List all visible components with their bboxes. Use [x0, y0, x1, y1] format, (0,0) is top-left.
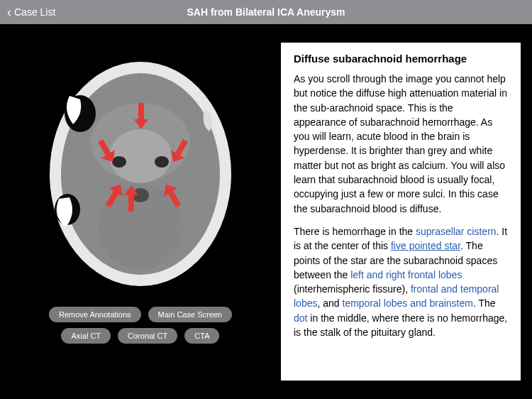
main-case-screen-button[interactable]: Main Case Screen — [148, 307, 233, 322]
button-group: Remove Annotations Main Case Screen Axia… — [49, 307, 232, 344]
article-card[interactable]: Diffuse subarachnoid hemorrhage As you s… — [281, 43, 521, 381]
axial-ct-button[interactable]: Axial CT — [61, 328, 111, 344]
temporal-brainstem-link[interactable]: temporal lobes and brainstem — [343, 297, 473, 309]
svg-point-8 — [112, 156, 126, 168]
article-paragraph-2: There is hemorrhage in the suprasellar c… — [294, 224, 508, 339]
suprasellar-cistern-link[interactable]: suprasellar cistern — [416, 226, 497, 237]
dot-link[interactable]: dot — [294, 312, 307, 324]
frontal-lobes-link[interactable]: left and right frontal lobes — [350, 269, 462, 280]
five-pointed-star-link[interactable]: five pointed star — [391, 240, 460, 251]
article-title: Diffuse subarachnoid hemorrhage — [294, 53, 508, 65]
cta-button[interactable]: CTA — [184, 328, 219, 344]
ct-scan-image[interactable] — [31, 43, 250, 298]
text-span: , and — [317, 297, 342, 309]
text-span: (interhemispheric fissure), — [294, 283, 411, 295]
text-span: in the middle, where there is no hemorrh… — [294, 312, 507, 338]
coronal-ct-button[interactable]: Coronal CT — [118, 328, 177, 344]
button-row-2: Axial CT Coronal CT CTA — [61, 328, 219, 344]
text-panel: Diffuse subarachnoid hemorrhage As you s… — [281, 24, 532, 399]
ct-scan-svg — [31, 43, 250, 298]
navbar: ‹ Case List SAH from Bilateral ICA Aneur… — [0, 0, 532, 24]
back-label: Case List — [14, 6, 55, 18]
text-span: . The — [473, 297, 496, 309]
remove-annotations-button[interactable]: Remove Annotations — [49, 307, 141, 322]
content-area: Remove Annotations Main Case Screen Axia… — [0, 24, 532, 399]
image-panel: Remove Annotations Main Case Screen Axia… — [0, 24, 281, 399]
svg-point-4 — [109, 129, 172, 183]
article-paragraph-1: As you scroll through the image you cann… — [294, 72, 508, 216]
back-button[interactable]: ‹ Case List — [0, 6, 62, 18]
text-span: There is hemorrhage in the — [294, 226, 416, 237]
button-row-1: Remove Annotations Main Case Screen — [49, 307, 232, 322]
page-title: SAH from Bilateral ICA Aneurysm — [0, 6, 532, 18]
chevron-left-icon: ‹ — [7, 6, 11, 18]
svg-point-9 — [155, 156, 169, 168]
